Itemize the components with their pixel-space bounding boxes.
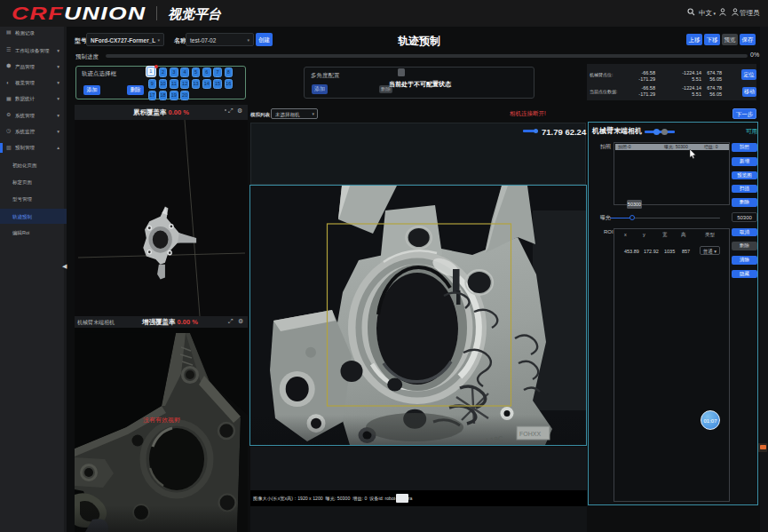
svg-text:FOHXX: FOHXX	[519, 431, 541, 437]
svg-text:L18C: L18C	[486, 434, 503, 445]
